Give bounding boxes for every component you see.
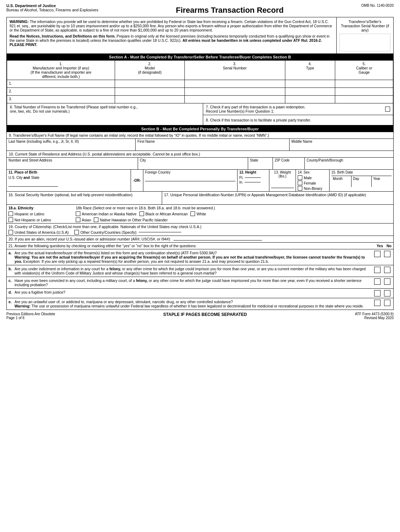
ft-input[interactable] (245, 177, 261, 178)
row3-col2[interactable] (115, 96, 184, 103)
row2-col1[interactable]: 2. (7, 88, 115, 96)
serial-number-input[interactable] (339, 34, 390, 51)
row1-col4[interactable] (285, 80, 335, 88)
q6-input[interactable] (10, 113, 200, 120)
us-city-input[interactable] (8, 181, 58, 187)
qe-text2: The use or possession of marijuana remai… (32, 304, 364, 308)
qd-yes-checkbox[interactable] (374, 290, 381, 296)
upin-input[interactable] (164, 197, 392, 203)
month-label: Month (333, 177, 350, 181)
footer-obsolete: Previous Editions Are Obsolete (6, 312, 55, 316)
q8-label: 8. Check if this transaction is to facil… (206, 118, 390, 122)
white-checkbox[interactable] (190, 211, 195, 216)
q7-label: 7. Check if any part of this transaction… (206, 105, 383, 109)
q9-text: 9. Transferee's/Buyer's Full Name (If le… (9, 133, 269, 137)
name-fields-row: Last Name (including suffix, e.g., Jr, S… (7, 139, 393, 151)
county-label: County/Parish/Borough (307, 158, 392, 162)
qe-yes-checkbox[interactable] (374, 300, 381, 306)
qe-no-checkbox[interactable] (384, 300, 390, 306)
please-print: PLEASE PRINT. (10, 43, 37, 47)
row3-col1[interactable]: 3. (7, 96, 115, 103)
row1-col3[interactable] (184, 80, 285, 88)
row1-col1[interactable]: 1. (7, 80, 115, 88)
col3-label: Serial Number (187, 66, 283, 70)
middle-name-input[interactable] (291, 143, 392, 150)
last-name-input[interactable] (8, 143, 133, 150)
q7-checkbox[interactable] (385, 107, 390, 112)
year-label: Year (373, 177, 390, 181)
ft-label: Ft. (239, 176, 244, 180)
row3-col3[interactable] (184, 96, 285, 103)
nonbinary-label: Non-Binary (304, 186, 322, 191)
all-entries-text: All entries must be handwritten in ink u… (183, 38, 322, 43)
zip-label: ZIP Code (275, 158, 303, 162)
other-country-input[interactable] (139, 232, 181, 232)
ssn-input[interactable] (8, 197, 160, 203)
state-label: State (250, 158, 271, 162)
female-label: Female (304, 181, 316, 185)
other-country-checkbox[interactable] (74, 230, 79, 234)
american-indian-checkbox[interactable] (76, 211, 80, 216)
row1-col2[interactable] (115, 80, 184, 88)
county-input[interactable] (307, 162, 392, 169)
qa-no-checkbox[interactable] (384, 251, 390, 257)
col5-label: Caliber orGauge (337, 66, 391, 74)
white-label: White (196, 212, 206, 216)
state-field: State (248, 158, 273, 169)
alien-number-input[interactable] (173, 240, 262, 240)
qb-text: Are you under indictment or information … (13, 265, 371, 277)
table-row: 2. (7, 88, 393, 96)
usa-checkbox[interactable] (8, 230, 13, 234)
american-indian-label: American Indian or Alaska Native (82, 212, 137, 216)
row2-col3[interactable] (184, 88, 285, 96)
revised-date: Revised May 2020 (355, 316, 394, 320)
day-input[interactable] (353, 181, 370, 186)
street-input[interactable] (8, 162, 136, 169)
zip-input[interactable] (275, 162, 303, 169)
black-checkbox[interactable] (139, 211, 144, 216)
row1-col5[interactable] (335, 80, 393, 88)
weight-input[interactable] (271, 181, 294, 188)
county-field: County/Parish/Borough (305, 158, 393, 169)
female-checkbox[interactable] (298, 181, 302, 185)
not-hispanic-checkbox[interactable] (8, 217, 13, 222)
hawaiian-checkbox[interactable] (94, 217, 98, 222)
year-input[interactable] (373, 181, 390, 186)
last-name-label: Last Name (including suffix, e.g., Jr, S… (8, 140, 133, 143)
row3-col4[interactable] (285, 96, 335, 103)
qb-no-checkbox[interactable] (384, 267, 390, 273)
row2-col2[interactable] (115, 88, 184, 96)
qb-yes-checkbox[interactable] (374, 267, 381, 273)
q7-text: 7. Check if any part of this transaction… (206, 105, 383, 113)
hispanic-checkbox[interactable] (8, 211, 13, 216)
city-input[interactable] (140, 162, 246, 169)
us-city-label: U.S. City and (8, 176, 30, 180)
hispanic-label: Hispanic or Latino (15, 212, 44, 216)
row2-col5[interactable] (335, 88, 393, 96)
foreign-input[interactable] (145, 176, 235, 181)
month-input[interactable] (333, 181, 350, 186)
nonbinary-checkbox[interactable] (298, 186, 302, 191)
alien-section: 20. If you are an alien, record your U.S… (7, 236, 393, 243)
qc-no-checkbox[interactable] (384, 278, 390, 285)
city-label: City (140, 158, 246, 162)
asian-checkbox[interactable] (76, 217, 80, 222)
in-input[interactable] (245, 182, 261, 182)
qd-no-checkbox[interactable] (384, 290, 390, 296)
qc-yes-checkbox[interactable] (374, 278, 381, 285)
row3-col5[interactable] (335, 96, 393, 103)
black-label: Black or African American (145, 212, 188, 216)
q18b-label: 18b Race (Select one or more race in 18.… (76, 206, 392, 210)
street-label: Number and Street Address (8, 158, 136, 162)
footer-page: Page 1 of 6 (6, 316, 55, 320)
foreign-label: Foreign Country (145, 170, 235, 174)
qc-text: Have you ever been convicted in any cour… (13, 277, 371, 288)
first-name-input[interactable] (137, 143, 287, 150)
qa-yes-checkbox[interactable] (374, 251, 381, 257)
male-label: Male (304, 176, 312, 180)
state-input[interactable] (250, 162, 271, 169)
male-checkbox[interactable] (298, 175, 302, 180)
q10-row: 10. Current State of Residence and Addre… (7, 151, 393, 158)
row2-col4[interactable] (285, 88, 335, 96)
omb-number: OMB No. 1140-0020 (361, 4, 394, 7)
